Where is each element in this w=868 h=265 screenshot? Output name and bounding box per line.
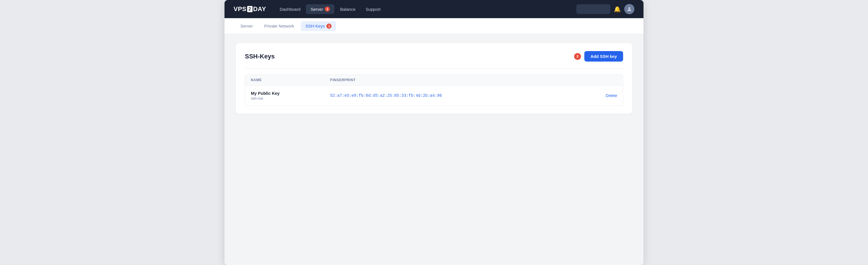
- nav-right: 🔔: [577, 4, 634, 14]
- ssh-keys-table: NAME FINGERPRINT My Public Key ssh-rsa 5…: [245, 74, 623, 106]
- tab-server[interactable]: Server: [236, 21, 257, 31]
- tab-private-network[interactable]: Private Network: [259, 21, 299, 31]
- avatar[interactable]: [624, 4, 634, 14]
- nav-item-server[interactable]: Server 1: [306, 4, 334, 14]
- logo-icon: 2: [247, 6, 252, 12]
- app-window: VPS 2 DAY Dashboard Server 1 Balance Sup…: [224, 0, 644, 265]
- nav-links: Dashboard Server 1 Balance Support: [275, 4, 567, 14]
- navbar: VPS 2 DAY Dashboard Server 1 Balance Sup…: [224, 0, 644, 18]
- logo-day: DAY: [253, 5, 266, 13]
- tab-ssh-keys-label: SSH Keys: [306, 24, 325, 28]
- nav-item-balance[interactable]: Balance: [336, 4, 360, 14]
- bell-icon[interactable]: 🔔: [614, 6, 621, 12]
- card-header: SSH-Keys 3 Add SSH key: [245, 51, 623, 69]
- key-type: ssh-rsa: [251, 96, 330, 101]
- nav-label-dashboard: Dashboard: [280, 7, 300, 11]
- table-row: My Public Key ssh-rsa 52:a7:e5:e9:fb:0d:…: [245, 86, 623, 106]
- tab-ssh-keys[interactable]: SSH Keys 2: [301, 21, 336, 31]
- nav-label-server: Server: [311, 7, 323, 11]
- fingerprint: 52:a7:e5:e9:fb:0d:d5:a2:25:85:33:fb:4d:2…: [330, 94, 583, 98]
- tabs-bar: Server Private Network SSH Keys 2: [224, 18, 644, 34]
- logo-vps: VPS: [234, 5, 247, 13]
- col-header-name: NAME: [251, 78, 330, 82]
- key-name: My Public Key: [251, 91, 330, 96]
- tab-ssh-keys-badge: 2: [327, 24, 332, 29]
- step-badge: 3: [574, 53, 581, 60]
- search-input[interactable]: [577, 4, 610, 14]
- tab-server-label: Server: [240, 24, 253, 28]
- col-header-action: [583, 78, 617, 82]
- card-title: SSH-Keys: [245, 53, 275, 60]
- nav-label-support: Support: [366, 7, 381, 11]
- logo: VPS 2 DAY: [234, 5, 266, 13]
- delete-button[interactable]: Delete: [583, 94, 617, 98]
- content-area: SSH-Keys 3 Add SSH key NAME FINGERPRINT …: [224, 34, 644, 265]
- nav-label-balance: Balance: [340, 7, 355, 11]
- nav-badge-server: 1: [325, 6, 330, 11]
- content-card: SSH-Keys 3 Add SSH key NAME FINGERPRINT …: [236, 43, 632, 114]
- add-ssh-key-button[interactable]: Add SSH key: [584, 51, 623, 61]
- table-header: NAME FINGERPRINT: [245, 75, 623, 86]
- nav-item-dashboard[interactable]: Dashboard: [275, 4, 305, 14]
- tab-private-network-label: Private Network: [264, 24, 294, 28]
- col-header-fingerprint: FINGERPRINT: [330, 78, 583, 82]
- nav-item-support[interactable]: Support: [361, 4, 385, 14]
- key-info: My Public Key ssh-rsa: [251, 91, 330, 101]
- svg-point-0: [628, 7, 630, 9]
- header-right: 3 Add SSH key: [574, 51, 623, 61]
